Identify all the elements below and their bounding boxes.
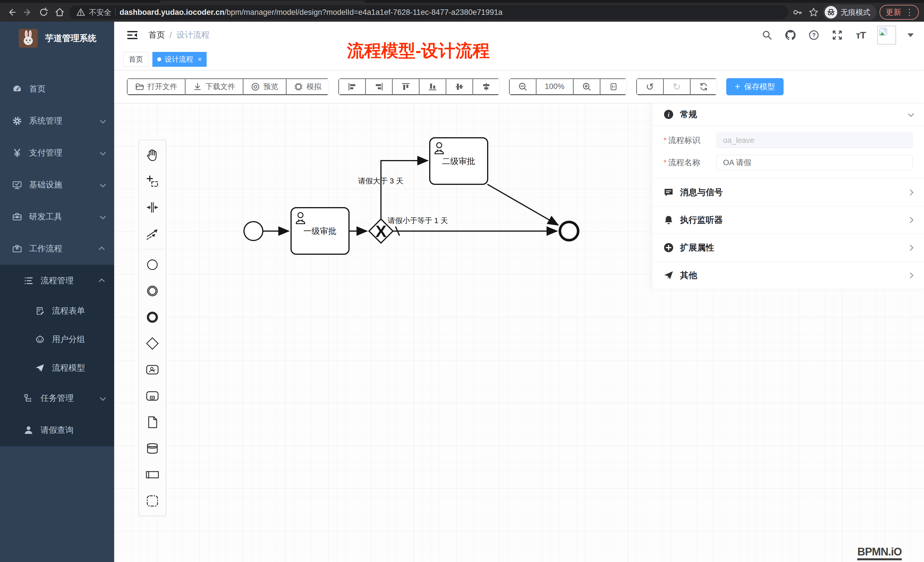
refresh-icon <box>699 82 708 91</box>
sidebar-item-home[interactable]: 首页 <box>0 73 114 105</box>
align-top-button[interactable] <box>392 78 419 95</box>
tags-bar: 首页 设计流程 × <box>114 48 924 70</box>
zoom-level-value: 100% <box>545 82 564 91</box>
incognito-label: 无痕模式 <box>841 7 870 17</box>
gateway-x-marker: X <box>375 222 387 240</box>
flow-le-label: 请假小于等于 1 天 <box>388 216 448 225</box>
svg-text:i: i <box>668 111 670 118</box>
browser-update-button[interactable]: 更新 ⋮ <box>879 5 919 20</box>
sidebar-item-system[interactable]: 系统管理 <box>0 105 114 137</box>
divider <box>652 289 924 289</box>
zoom-reset-button[interactable] <box>600 78 627 95</box>
flow-gateway-to-task2[interactable] <box>381 160 428 219</box>
align-right-button[interactable] <box>365 78 392 95</box>
back-icon[interactable] <box>5 6 18 19</box>
bpmn-io-logo[interactable]: BPMN.iO <box>857 546 902 560</box>
search-icon[interactable] <box>760 28 774 42</box>
process-key-input[interactable] <box>717 133 913 148</box>
download-file-button[interactable]: 下载文件 <box>185 78 243 95</box>
sidebar-item-process-mgmt[interactable]: 流程管理 <box>0 265 114 297</box>
user-task-level1[interactable]: 一级审批 <box>291 208 349 254</box>
font-size-icon[interactable]: ᴛT <box>854 28 867 42</box>
restart-button[interactable] <box>690 78 717 95</box>
browser-active-tab[interactable] <box>160 1 365 3</box>
sidebar-item-process-model[interactable]: 流程模型 <box>0 354 114 382</box>
security-warning-icon <box>76 8 85 16</box>
sidebar-item-label: 系统管理 <box>29 115 100 127</box>
sidebar-collapse-icon[interactable] <box>124 27 140 43</box>
section-title: 执行监听器 <box>680 214 902 226</box>
app-logo-row[interactable]: 芋道管理系统 <box>0 22 114 55</box>
zoom-button-group: 100% <box>509 78 627 95</box>
sidebar-item-label: 首页 <box>29 83 105 95</box>
redo-icon: ↻ <box>673 82 681 91</box>
save-model-button[interactable]: + 保存模型 <box>726 78 784 95</box>
sidebar-item-infra[interactable]: 基础设施 <box>0 169 114 201</box>
process-name-input[interactable] <box>717 155 913 170</box>
history-button-group: ↺ ↻ <box>636 78 717 95</box>
panel-section-messages[interactable]: 消息与信号 <box>652 178 924 206</box>
sidebar-item-workflow[interactable]: 工作流程 <box>0 233 114 265</box>
flow-task2-to-end[interactable] <box>488 184 558 225</box>
breadcrumb-home[interactable]: 首页 <box>148 29 165 41</box>
avatar[interactable] <box>877 25 896 45</box>
tag-close-icon[interactable]: × <box>198 55 202 63</box>
panel-section-extensions[interactable]: 扩展属性 <box>652 234 924 261</box>
forward-icon[interactable] <box>21 6 34 19</box>
sidebar-item-pay[interactable]: 支付管理 <box>0 137 114 169</box>
simulate-button[interactable]: 模拟 <box>286 78 329 95</box>
reload-icon[interactable] <box>37 6 50 19</box>
start-event[interactable] <box>244 222 263 240</box>
annotation-title: 流程模型-设计流程 <box>347 39 490 63</box>
tag-design-process[interactable]: 设计流程 × <box>152 52 207 67</box>
panel-section-other[interactable]: 其他 <box>652 261 924 289</box>
browser-menu-dots-icon[interactable]: ⋮ <box>905 8 914 16</box>
user-task-level2[interactable]: 二级审批 <box>430 138 488 184</box>
sidebar-item-leave-query[interactable]: 请假查询 <box>0 414 114 446</box>
open-file-button[interactable]: 打开文件 <box>127 78 185 95</box>
zoom-out-button[interactable] <box>509 78 536 95</box>
align-button-group <box>338 78 500 95</box>
sidebar-item-process-form[interactable]: 流程表单 <box>0 297 114 325</box>
tag-home[interactable]: 首页 <box>123 52 148 67</box>
help-icon[interactable]: ? <box>807 28 821 42</box>
section-title: 消息与信号 <box>680 187 902 198</box>
user-menu-caret-icon[interactable] <box>908 33 914 37</box>
browser-chrome: 不安全 dashboard.yudao.iocoder.cn/bpm/manag… <box>0 0 924 22</box>
field-label: *流程名称 <box>663 157 717 168</box>
undo-icon: ↺ <box>646 82 654 91</box>
zoom-level[interactable]: 100% <box>536 78 573 95</box>
align-left-button[interactable] <box>339 78 365 95</box>
preview-button[interactable]: 预览 <box>243 78 286 95</box>
home-icon[interactable] <box>53 6 66 19</box>
panel-section-general[interactable]: i 常规 <box>652 103 924 126</box>
incognito-badge[interactable]: 无痕模式 <box>823 4 877 20</box>
align-vcenter-button[interactable] <box>446 78 472 95</box>
end-event[interactable] <box>560 222 578 240</box>
redo-button[interactable]: ↻ <box>663 78 690 95</box>
sidebar-item-user-group[interactable]: 用户分组 <box>0 325 114 354</box>
bpmn-canvas[interactable]: 一级审批 X 二级审批 <box>114 103 924 562</box>
password-key-icon[interactable] <box>791 6 804 19</box>
button-label: 模拟 <box>306 82 321 91</box>
undo-button[interactable]: ↺ <box>636 78 663 95</box>
panel-section-listeners[interactable]: 执行监听器 <box>652 206 924 234</box>
zoom-in-button[interactable] <box>573 78 600 95</box>
tag-active-dot <box>157 57 161 61</box>
github-icon[interactable] <box>784 28 797 42</box>
url-domain: dashboard.yudao.iocoder.cn <box>120 8 225 16</box>
briefcase-icon <box>11 244 23 254</box>
app-title: 芋道管理系统 <box>45 33 96 44</box>
sidebar-item-devtools[interactable]: 研发工具 <box>0 201 114 233</box>
url-bar[interactable]: 不安全 dashboard.yudao.iocoder.cn/bpm/manag… <box>69 5 788 19</box>
align-hcenter-button[interactable] <box>472 78 500 95</box>
align-bottom-button[interactable] <box>419 78 446 95</box>
sidebar: 芋道管理系统 首页 系统管理 支付管理 基础设施 <box>0 22 114 562</box>
fullscreen-icon[interactable] <box>830 28 844 42</box>
sidebar-menu: 首页 系统管理 支付管理 基础设施 研发工具 <box>0 73 114 562</box>
sidebar-item-label: 流程管理 <box>40 275 100 286</box>
form-row-process-name: *流程名称 <box>663 155 913 170</box>
bookmark-star-icon[interactable] <box>807 6 820 19</box>
sidebar-item-task-mgmt[interactable]: 任务管理 <box>0 382 114 414</box>
folder-icon <box>135 82 144 91</box>
